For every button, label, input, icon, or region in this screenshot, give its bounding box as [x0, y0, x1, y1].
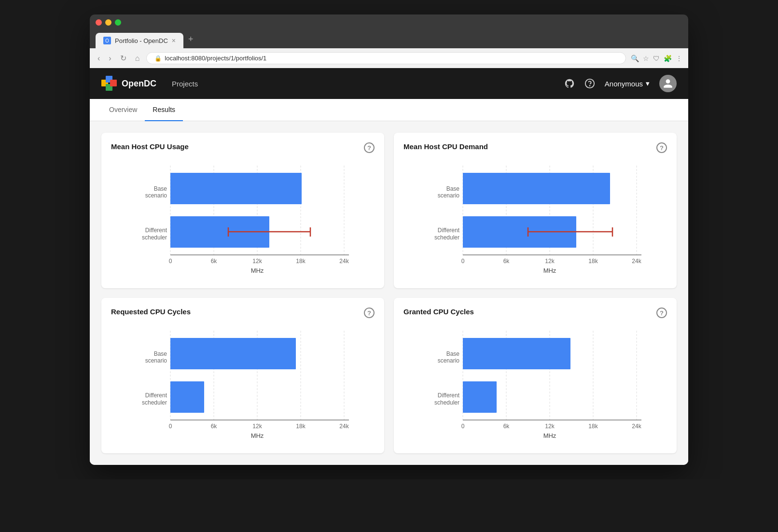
browser-toolbar-icons: 🔍 ☆ 🛡 🧩 ⋮	[631, 55, 682, 62]
svg-text:0: 0	[169, 423, 172, 430]
svg-text:24k: 24k	[339, 423, 349, 430]
shield-icon[interactable]: 🛡	[653, 55, 660, 62]
chart-area-3: Base scenario Different scheduler 0 6k 1…	[111, 326, 375, 444]
svg-text:scheduler: scheduler	[434, 234, 459, 241]
svg-rect-3	[110, 80, 117, 86]
svg-text:12k: 12k	[545, 423, 555, 430]
svg-text:12k: 12k	[545, 258, 555, 265]
svg-text:MHz: MHz	[543, 432, 556, 439]
browser-chrome: O Portfolio - OpenDC × +	[90, 14, 688, 48]
help-button-1[interactable]: ?	[364, 142, 375, 153]
address-bar-row: ‹ › ↻ ⌂ 🔒 localhost:8080/projects/1/port…	[90, 48, 688, 68]
svg-text:Different: Different	[438, 227, 460, 234]
browser-tab[interactable]: O Portfolio - OpenDC ×	[96, 33, 183, 48]
forward-button[interactable]: ›	[107, 53, 113, 64]
logo-icon	[101, 76, 117, 91]
svg-text:scheduler: scheduler	[434, 399, 459, 406]
tab-results[interactable]: Results	[145, 99, 183, 121]
app-container: OpenDC Projects Anonymous ▾	[90, 68, 688, 465]
logo-text: OpenDC	[122, 79, 156, 89]
svg-text:MHz: MHz	[251, 267, 264, 274]
chart-mean-cpu-usage: Mean Host CPU Usage ?	[101, 133, 384, 288]
svg-text:Different: Different	[145, 227, 167, 234]
svg-text:6k: 6k	[211, 423, 218, 430]
svg-text:18k: 18k	[588, 258, 598, 265]
menu-icon[interactable]: ⋮	[676, 55, 682, 62]
browser-window: O Portfolio - OpenDC × + ‹ › ↻ ⌂ 🔒 local…	[90, 14, 688, 465]
svg-text:6k: 6k	[503, 258, 510, 265]
svg-text:MHz: MHz	[543, 267, 556, 274]
svg-text:scheduler: scheduler	[142, 399, 167, 406]
user-avatar[interactable]	[659, 75, 677, 92]
tab-close-button[interactable]: ×	[172, 37, 176, 44]
chart-title-1: Mean Host CPU Usage	[111, 142, 189, 151]
chart-granted-cpu-cycles: Granted CPU Cycles ?	[394, 298, 677, 453]
svg-text:Different: Different	[438, 392, 460, 399]
svg-text:0: 0	[461, 258, 465, 265]
svg-text:Base: Base	[446, 185, 460, 192]
chart-area-4: Base scenario Different scheduler 0 6k 1…	[403, 326, 667, 444]
new-tab-button[interactable]: +	[184, 30, 197, 48]
svg-text:scenario: scenario	[438, 357, 460, 364]
help-button-3[interactable]: ?	[364, 308, 375, 318]
tab-title: Portfolio - OpenDC	[115, 37, 168, 44]
user-menu[interactable]: Anonymous ▾	[605, 79, 650, 88]
navbar-right: Anonymous ▾	[564, 75, 677, 92]
help-button-4[interactable]: ?	[656, 308, 667, 318]
chart-svg-1: Base scenario Different scheduler 0 6k 1…	[111, 161, 375, 277]
svg-text:6k: 6k	[211, 258, 218, 265]
address-bar[interactable]: 🔒 localhost:8080/projects/1/portfolios/1	[146, 52, 626, 64]
svg-text:6k: 6k	[503, 423, 510, 430]
maximize-traffic-light[interactable]	[115, 19, 121, 26]
chart-title-2: Mean Host CPU Demand	[403, 142, 488, 151]
svg-text:Base: Base	[154, 350, 167, 357]
svg-text:Base: Base	[446, 350, 460, 357]
svg-rect-11	[170, 173, 302, 204]
svg-text:Base: Base	[154, 185, 167, 192]
svg-text:12k: 12k	[252, 258, 262, 265]
svg-text:24k: 24k	[339, 258, 349, 265]
extensions-icon[interactable]: 🧩	[664, 55, 672, 62]
svg-text:0: 0	[169, 258, 172, 265]
svg-text:18k: 18k	[588, 423, 598, 430]
svg-rect-72	[463, 381, 497, 413]
chart-svg-3: Base scenario Different scheduler 0 6k 1…	[111, 326, 375, 442]
chart-header-4: Granted CPU Cycles ?	[403, 308, 667, 318]
svg-text:scenario: scenario	[145, 357, 167, 364]
zoom-icon[interactable]: 🔍	[631, 55, 639, 62]
traffic-lights	[96, 19, 682, 26]
tab-overview[interactable]: Overview	[101, 99, 145, 121]
home-button[interactable]: ⌂	[133, 53, 142, 64]
bookmark-icon[interactable]: ☆	[643, 55, 649, 62]
help-icon[interactable]	[584, 78, 595, 89]
chart-mean-cpu-demand: Mean Host CPU Demand ?	[394, 133, 677, 288]
help-button-2[interactable]: ?	[656, 142, 667, 153]
back-button[interactable]: ‹	[96, 53, 102, 64]
svg-text:Different: Different	[145, 392, 167, 399]
user-dropdown-icon: ▾	[646, 79, 650, 88]
svg-rect-54	[170, 381, 204, 413]
chart-svg-2: Base scenario Different scheduler 0 6k 1…	[403, 161, 667, 277]
chart-title-4: Granted CPU Cycles	[403, 308, 474, 316]
chart-header-2: Mean Host CPU Demand ?	[403, 142, 667, 153]
chart-area-2: Base scenario Different scheduler 0 6k 1…	[403, 161, 667, 279]
svg-text:12k: 12k	[252, 423, 262, 430]
refresh-button[interactable]: ↻	[118, 53, 128, 64]
nav-projects[interactable]: Projects	[172, 80, 198, 88]
chart-title-3: Requested CPU Cycles	[111, 308, 191, 316]
close-traffic-light[interactable]	[96, 19, 102, 26]
navbar: OpenDC Projects Anonymous ▾	[90, 68, 688, 99]
chart-header-1: Mean Host CPU Usage ?	[111, 142, 375, 153]
svg-text:MHz: MHz	[251, 432, 264, 439]
svg-text:24k: 24k	[632, 423, 641, 430]
logo: OpenDC	[101, 76, 156, 91]
svg-text:0: 0	[461, 423, 465, 430]
svg-rect-32	[463, 173, 610, 204]
svg-text:18k: 18k	[296, 423, 306, 430]
charts-grid: Mean Host CPU Usage ?	[101, 133, 677, 453]
minimize-traffic-light[interactable]	[105, 19, 111, 26]
github-icon[interactable]	[564, 78, 575, 89]
user-name: Anonymous	[605, 80, 643, 88]
svg-text:24k: 24k	[632, 258, 641, 265]
svg-text:scenario: scenario	[145, 192, 167, 199]
